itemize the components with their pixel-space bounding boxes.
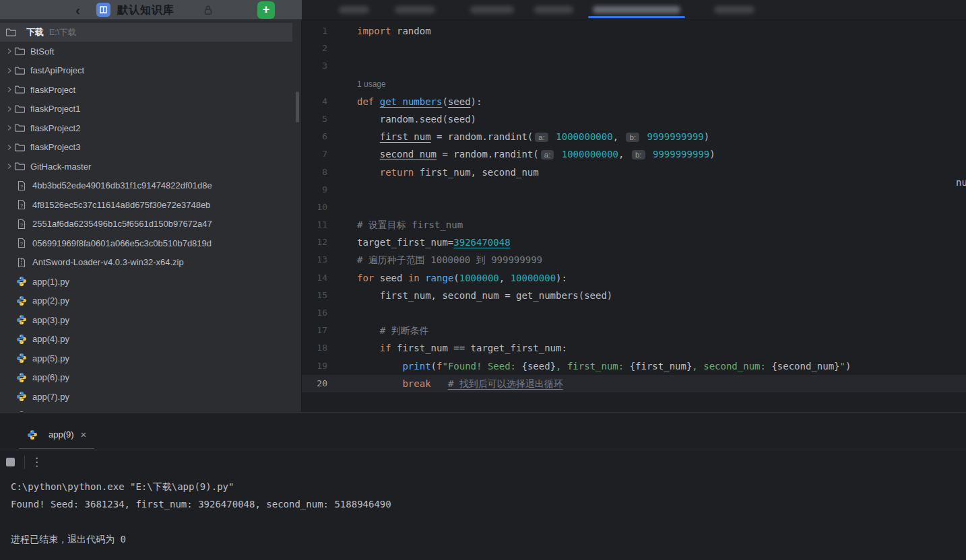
tree-item[interactable]: app(6).py [0, 368, 301, 388]
editor-line[interactable]: 8 return first_num, second_num [302, 164, 966, 181]
code-line-content[interactable]: random.seed(seed) [357, 110, 966, 128]
tree-item[interactable]: app(5).py [0, 349, 301, 368]
code-line-content[interactable]: def get_numbers(seed): [357, 93, 966, 110]
editor-line[interactable]: 3 [302, 57, 966, 75]
tree-item[interactable]: flaskProject [0, 80, 301, 100]
tree-item[interactable]: app(3).py [0, 310, 301, 330]
editor-line[interactable]: 14for seed in range(1000000, 10000000): [302, 269, 966, 287]
editor-line[interactable]: 18 if first_num == target_first_num: [302, 339, 966, 357]
line-number[interactable]: 13 [302, 251, 357, 269]
line-number[interactable]: 5 [302, 110, 357, 128]
line-number[interactable]: 12 [302, 234, 357, 251]
editor-line[interactable]: 19 print(f"Found! Seed: {seed}, first_nu… [302, 357, 966, 375]
tree-item[interactable]: app(4).py [0, 330, 301, 349]
code-line-content[interactable] [357, 181, 966, 199]
editor-line[interactable]: 17 # 判断条件 [302, 322, 966, 339]
editor-line[interactable]: 10 [302, 199, 966, 216]
editor-line[interactable]: 11# 设置目标 first_num [302, 216, 966, 234]
chevron-right-icon[interactable] [4, 104, 14, 114]
line-number[interactable]: 10 [302, 199, 357, 216]
back-button[interactable]: ‹ [75, 0, 80, 20]
editor-line[interactable]: 13# 遍历种子范围 1000000 到 999999999 [302, 251, 966, 269]
editor-line[interactable]: 20 break # 找到后可以选择退出循环 [302, 375, 966, 392]
editor-line[interactable]: 1import random [302, 22, 966, 40]
tree-item[interactable]: ?4f81526ec5c37c11614a8d675f30e72e3748eb [0, 195, 301, 215]
more-options-icon[interactable]: ⋮ [31, 454, 42, 471]
code-line-content[interactable] [357, 199, 966, 216]
line-number[interactable]: 18 [302, 339, 357, 357]
tree-item[interactable]: app(2).py [0, 291, 301, 311]
editor-line[interactable]: 15 first_num, second_num = get_numbers(s… [302, 287, 966, 304]
editor-line[interactable]: 5 random.seed(seed) [302, 110, 966, 128]
run-tab-app9[interactable]: app(9) × [19, 421, 94, 449]
tree-item[interactable]: AntSword-Loader-v4.0.3-win32-x64.zip [0, 253, 301, 273]
line-number[interactable]: 4 [302, 93, 357, 110]
code-line-content[interactable]: # 设置目标 first_num [357, 216, 966, 234]
editor-line[interactable]: 2 [302, 40, 966, 57]
line-number[interactable]: 7 [302, 145, 357, 163]
code-line-content[interactable]: for seed in range(1000000, 10000000): [357, 269, 966, 287]
editor-panel[interactable]: 1import random231 usage4def get_numbers(… [302, 20, 966, 412]
tree-item[interactable]: app(7).py [0, 387, 301, 407]
line-number[interactable]: 11 [302, 216, 357, 234]
code-line-content[interactable]: break # 找到后可以选择退出循环 [357, 375, 966, 392]
code-line-content[interactable]: first_num, second_num = get_numbers(seed… [357, 287, 966, 304]
line-number[interactable]: 15 [302, 287, 357, 304]
tree-item[interactable]: flaskProject2 [0, 118, 301, 138]
editor-line[interactable]: 6 first_num = random.randint(a: 10000000… [302, 128, 966, 145]
code-token: 1000000 [459, 273, 499, 283]
tree-root-row[interactable]: 下载 E:\下载 [0, 23, 292, 42]
close-icon[interactable]: × [81, 429, 87, 440]
editor-line[interactable]: 16 [302, 304, 966, 322]
console-panel[interactable]: C:\python\python.exe "E:\下载\app(9).py"Fo… [0, 474, 966, 560]
line-number[interactable]: 16 [302, 304, 357, 322]
line-number[interactable]: 19 [302, 357, 357, 375]
code-line-content[interactable]: import random [357, 22, 966, 40]
line-number[interactable]: 6 [302, 128, 357, 145]
chevron-right-icon[interactable] [4, 142, 14, 152]
line-number[interactable]: 2 [302, 40, 357, 57]
code-line-content[interactable]: # 遍历种子范围 1000000 到 999999999 [357, 251, 966, 269]
editor-line[interactable]: 12target_first_num=3926470048 [302, 234, 966, 251]
line-number[interactable]: 14 [302, 269, 357, 287]
tree-item[interactable]: ?056991969f8fa0601a066e5c3c0b510b7d819d [0, 234, 301, 253]
chevron-right-icon[interactable] [4, 123, 14, 133]
line-number[interactable]: 1 [302, 22, 357, 40]
tree-item[interactable]: ?2551af6da6235496b1c5f6561d150b97672a47 [0, 215, 301, 234]
add-button[interactable]: + [257, 1, 275, 19]
code-line-content[interactable]: second_num = random.randint(a: 100000000… [357, 145, 966, 163]
tree-item[interactable]: flaskProject1 [0, 100, 301, 119]
code-line-content[interactable] [357, 40, 966, 57]
line-number[interactable]: 8 [302, 164, 357, 181]
tree-item[interactable] [0, 407, 301, 413]
editor-line[interactable]: 9 [302, 181, 966, 199]
line-number[interactable]: 3 [302, 57, 357, 75]
code-line-content[interactable]: if first_num == target_first_num: [357, 339, 966, 357]
editor-inlay-row[interactable]: 1 usage [302, 75, 966, 93]
stop-button[interactable] [6, 458, 15, 466]
code-line-content[interactable]: print(f"Found! Seed: {seed}, first_num: … [357, 357, 966, 375]
usages-inlay-hint[interactable]: 1 usage [357, 75, 966, 93]
code-line-content[interactable]: return first_num, second_num [357, 164, 966, 181]
editor-line[interactable]: 7 second_num = random.randint(a: 1000000… [302, 145, 966, 163]
chevron-right-icon[interactable] [4, 65, 14, 75]
code-line-content[interactable]: target_first_num=3926470048 [357, 234, 966, 251]
line-number[interactable]: 9 [302, 181, 357, 199]
tree-scrollbar-thumb[interactable] [296, 92, 299, 123]
tree-item[interactable]: GitHack-master [0, 157, 301, 176]
tree-item[interactable]: ?4bb3bd52ede49016db31f1c91474822df01d8e [0, 176, 301, 196]
tree-item[interactable]: flaskProject3 [0, 138, 301, 158]
line-number[interactable]: 17 [302, 322, 357, 339]
code-line-content[interactable]: first_num = random.randint(a: 1000000000… [357, 128, 966, 145]
tree-item[interactable]: app(1).py [0, 272, 301, 291]
editor-line[interactable]: 4def get_numbers(seed): [302, 93, 966, 110]
code-line-content[interactable]: # 判断条件 [357, 322, 966, 339]
code-line-content[interactable] [357, 304, 966, 322]
tree-item[interactable]: BtSoft [0, 42, 301, 61]
line-number[interactable]: 20 [302, 375, 357, 392]
code-line-content[interactable] [357, 57, 966, 75]
chevron-right-icon[interactable] [4, 46, 14, 57]
tree-item[interactable]: fastApiProject [0, 61, 301, 81]
chevron-right-icon[interactable] [4, 162, 14, 172]
chevron-right-icon[interactable] [4, 85, 14, 95]
